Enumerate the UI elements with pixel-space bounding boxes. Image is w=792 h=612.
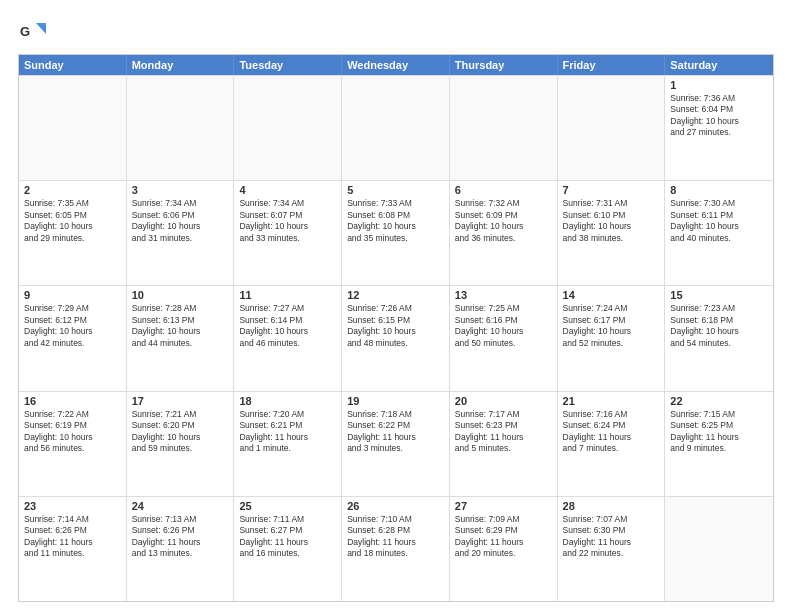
cell-details: Sunrise: 7:27 AM Sunset: 6:14 PM Dayligh… (239, 303, 336, 349)
calendar-cell (558, 76, 666, 180)
day-number: 13 (455, 289, 552, 301)
day-number: 14 (563, 289, 660, 301)
calendar-header: SundayMondayTuesdayWednesdayThursdayFrid… (19, 55, 773, 75)
cell-details: Sunrise: 7:34 AM Sunset: 6:06 PM Dayligh… (132, 198, 229, 244)
page: G SundayMondayTuesdayWednesdayThursdayFr… (0, 0, 792, 612)
cell-details: Sunrise: 7:13 AM Sunset: 6:26 PM Dayligh… (132, 514, 229, 560)
calendar-cell (127, 76, 235, 180)
day-number: 12 (347, 289, 444, 301)
header-day-friday: Friday (558, 55, 666, 75)
day-number: 11 (239, 289, 336, 301)
day-number: 4 (239, 184, 336, 196)
cell-details: Sunrise: 7:17 AM Sunset: 6:23 PM Dayligh… (455, 409, 552, 455)
cell-details: Sunrise: 7:31 AM Sunset: 6:10 PM Dayligh… (563, 198, 660, 244)
header-day-sunday: Sunday (19, 55, 127, 75)
calendar-cell: 7Sunrise: 7:31 AM Sunset: 6:10 PM Daylig… (558, 181, 666, 285)
day-number: 5 (347, 184, 444, 196)
calendar-cell: 26Sunrise: 7:10 AM Sunset: 6:28 PM Dayli… (342, 497, 450, 601)
cell-details: Sunrise: 7:33 AM Sunset: 6:08 PM Dayligh… (347, 198, 444, 244)
calendar-cell: 8Sunrise: 7:30 AM Sunset: 6:11 PM Daylig… (665, 181, 773, 285)
day-number: 27 (455, 500, 552, 512)
calendar-cell: 6Sunrise: 7:32 AM Sunset: 6:09 PM Daylig… (450, 181, 558, 285)
calendar-cell: 22Sunrise: 7:15 AM Sunset: 6:25 PM Dayli… (665, 392, 773, 496)
calendar-cell: 4Sunrise: 7:34 AM Sunset: 6:07 PM Daylig… (234, 181, 342, 285)
day-number: 1 (670, 79, 768, 91)
cell-details: Sunrise: 7:07 AM Sunset: 6:30 PM Dayligh… (563, 514, 660, 560)
logo-icon: G (18, 18, 46, 46)
cell-details: Sunrise: 7:09 AM Sunset: 6:29 PM Dayligh… (455, 514, 552, 560)
calendar-cell (342, 76, 450, 180)
cell-details: Sunrise: 7:29 AM Sunset: 6:12 PM Dayligh… (24, 303, 121, 349)
cell-details: Sunrise: 7:24 AM Sunset: 6:17 PM Dayligh… (563, 303, 660, 349)
day-number: 25 (239, 500, 336, 512)
calendar-cell: 28Sunrise: 7:07 AM Sunset: 6:30 PM Dayli… (558, 497, 666, 601)
logo: G (18, 18, 50, 46)
cell-details: Sunrise: 7:26 AM Sunset: 6:15 PM Dayligh… (347, 303, 444, 349)
header-day-wednesday: Wednesday (342, 55, 450, 75)
cell-details: Sunrise: 7:14 AM Sunset: 6:26 PM Dayligh… (24, 514, 121, 560)
cell-details: Sunrise: 7:18 AM Sunset: 6:22 PM Dayligh… (347, 409, 444, 455)
calendar-cell: 14Sunrise: 7:24 AM Sunset: 6:17 PM Dayli… (558, 286, 666, 390)
calendar-cell: 15Sunrise: 7:23 AM Sunset: 6:18 PM Dayli… (665, 286, 773, 390)
cell-details: Sunrise: 7:21 AM Sunset: 6:20 PM Dayligh… (132, 409, 229, 455)
calendar-cell: 25Sunrise: 7:11 AM Sunset: 6:27 PM Dayli… (234, 497, 342, 601)
cell-details: Sunrise: 7:32 AM Sunset: 6:09 PM Dayligh… (455, 198, 552, 244)
calendar-cell: 20Sunrise: 7:17 AM Sunset: 6:23 PM Dayli… (450, 392, 558, 496)
cell-details: Sunrise: 7:30 AM Sunset: 6:11 PM Dayligh… (670, 198, 768, 244)
header-day-thursday: Thursday (450, 55, 558, 75)
header-day-tuesday: Tuesday (234, 55, 342, 75)
cell-details: Sunrise: 7:20 AM Sunset: 6:21 PM Dayligh… (239, 409, 336, 455)
day-number: 10 (132, 289, 229, 301)
day-number: 16 (24, 395, 121, 407)
calendar-cell: 18Sunrise: 7:20 AM Sunset: 6:21 PM Dayli… (234, 392, 342, 496)
cell-details: Sunrise: 7:25 AM Sunset: 6:16 PM Dayligh… (455, 303, 552, 349)
calendar-cell: 21Sunrise: 7:16 AM Sunset: 6:24 PM Dayli… (558, 392, 666, 496)
day-number: 8 (670, 184, 768, 196)
day-number: 19 (347, 395, 444, 407)
calendar-row-3: 16Sunrise: 7:22 AM Sunset: 6:19 PM Dayli… (19, 391, 773, 496)
cell-details: Sunrise: 7:11 AM Sunset: 6:27 PM Dayligh… (239, 514, 336, 560)
day-number: 24 (132, 500, 229, 512)
calendar-row-0: 1Sunrise: 7:36 AM Sunset: 6:04 PM Daylig… (19, 75, 773, 180)
calendar-cell: 24Sunrise: 7:13 AM Sunset: 6:26 PM Dayli… (127, 497, 235, 601)
header-day-saturday: Saturday (665, 55, 773, 75)
calendar-cell (234, 76, 342, 180)
day-number: 18 (239, 395, 336, 407)
calendar-cell: 27Sunrise: 7:09 AM Sunset: 6:29 PM Dayli… (450, 497, 558, 601)
cell-details: Sunrise: 7:35 AM Sunset: 6:05 PM Dayligh… (24, 198, 121, 244)
day-number: 28 (563, 500, 660, 512)
calendar-cell (19, 76, 127, 180)
cell-details: Sunrise: 7:16 AM Sunset: 6:24 PM Dayligh… (563, 409, 660, 455)
calendar-cell: 12Sunrise: 7:26 AM Sunset: 6:15 PM Dayli… (342, 286, 450, 390)
calendar-cell: 1Sunrise: 7:36 AM Sunset: 6:04 PM Daylig… (665, 76, 773, 180)
calendar-cell: 5Sunrise: 7:33 AM Sunset: 6:08 PM Daylig… (342, 181, 450, 285)
calendar-row-2: 9Sunrise: 7:29 AM Sunset: 6:12 PM Daylig… (19, 285, 773, 390)
day-number: 22 (670, 395, 768, 407)
svg-text:G: G (20, 24, 30, 39)
cell-details: Sunrise: 7:15 AM Sunset: 6:25 PM Dayligh… (670, 409, 768, 455)
day-number: 6 (455, 184, 552, 196)
calendar-cell: 10Sunrise: 7:28 AM Sunset: 6:13 PM Dayli… (127, 286, 235, 390)
calendar-cell: 16Sunrise: 7:22 AM Sunset: 6:19 PM Dayli… (19, 392, 127, 496)
cell-details: Sunrise: 7:36 AM Sunset: 6:04 PM Dayligh… (670, 93, 768, 139)
calendar-cell: 3Sunrise: 7:34 AM Sunset: 6:06 PM Daylig… (127, 181, 235, 285)
day-number: 20 (455, 395, 552, 407)
calendar-cell (450, 76, 558, 180)
calendar-row-1: 2Sunrise: 7:35 AM Sunset: 6:05 PM Daylig… (19, 180, 773, 285)
cell-details: Sunrise: 7:22 AM Sunset: 6:19 PM Dayligh… (24, 409, 121, 455)
calendar-body: 1Sunrise: 7:36 AM Sunset: 6:04 PM Daylig… (19, 75, 773, 601)
calendar-cell: 23Sunrise: 7:14 AM Sunset: 6:26 PM Dayli… (19, 497, 127, 601)
day-number: 2 (24, 184, 121, 196)
calendar-cell: 13Sunrise: 7:25 AM Sunset: 6:16 PM Dayli… (450, 286, 558, 390)
calendar-cell: 9Sunrise: 7:29 AM Sunset: 6:12 PM Daylig… (19, 286, 127, 390)
cell-details: Sunrise: 7:34 AM Sunset: 6:07 PM Dayligh… (239, 198, 336, 244)
cell-details: Sunrise: 7:28 AM Sunset: 6:13 PM Dayligh… (132, 303, 229, 349)
day-number: 9 (24, 289, 121, 301)
day-number: 15 (670, 289, 768, 301)
day-number: 21 (563, 395, 660, 407)
calendar-cell: 17Sunrise: 7:21 AM Sunset: 6:20 PM Dayli… (127, 392, 235, 496)
header-day-monday: Monday (127, 55, 235, 75)
day-number: 17 (132, 395, 229, 407)
calendar-cell: 2Sunrise: 7:35 AM Sunset: 6:05 PM Daylig… (19, 181, 127, 285)
calendar: SundayMondayTuesdayWednesdayThursdayFrid… (18, 54, 774, 602)
